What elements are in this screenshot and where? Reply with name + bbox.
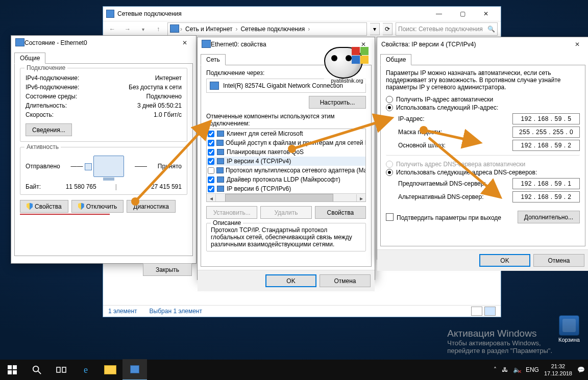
dns2-label: Альтернативный DNS-сервер: <box>398 193 512 200</box>
cancel-button[interactable]: Отмена <box>320 274 371 287</box>
dns1-input[interactable]: 192 . 168 . 59 . 1 <box>512 178 580 189</box>
ok-button[interactable]: OK <box>479 254 530 267</box>
component-checkbox[interactable] <box>208 176 214 183</box>
list-item[interactable]: IP версии 4 (TCP/IPv4) <box>207 157 365 166</box>
status-count: 1 элемент <box>108 308 137 315</box>
history-button[interactable]: ▾ <box>137 23 149 35</box>
list-item[interactable]: Клиент для сетей Microsoft <box>207 129 365 138</box>
radio-use-dns[interactable]: Использовать следующие адреса DNS-сервер… <box>386 169 580 176</box>
search-input[interactable]: Поиск: Сетевые подключения 🔍 <box>396 22 498 36</box>
list-item[interactable]: Планировщик пакетов QoS <box>207 147 365 157</box>
components-label: Отмеченные компоненты используются этим … <box>206 113 366 127</box>
ip-label: IP-адрес: <box>398 115 512 122</box>
gateway-input[interactable]: 192 . 168 . 59 . 2 <box>512 140 580 151</box>
details-button[interactable]: Сведения... <box>26 123 72 136</box>
crumb-net[interactable]: Сеть и Интернет <box>183 26 234 33</box>
explorer-titlebar[interactable]: Сетевые подключения — ▢ ✕ <box>103 7 501 21</box>
component-checkbox[interactable] <box>208 167 214 174</box>
properties-button[interactable]: Свойства <box>20 200 68 213</box>
component-checkbox[interactable] <box>208 149 214 156</box>
close-button[interactable]: ✕ <box>474 7 498 20</box>
radio-use-ip[interactable]: Использовать следующий IP-адрес: <box>386 104 580 111</box>
address-bar[interactable]: › Сеть и Интернет › Сетевые подключения … <box>167 22 367 36</box>
cancel-button[interactable]: Отмена <box>533 254 584 267</box>
system-tray: ˄ 🖧 🔈✕ ENG 21:3217.12.2018 💬 <box>491 360 588 380</box>
status-title: Состояние - Ethernet0 <box>24 39 87 46</box>
scroll-right-icon[interactable]: ▸ <box>356 194 365 202</box>
component-checkbox[interactable] <box>208 186 214 192</box>
view-icons-button[interactable] <box>484 307 496 316</box>
component-checkbox[interactable] <box>208 158 214 165</box>
shield-icon <box>27 203 33 210</box>
diagnose-button[interactable]: Диагностика <box>127 200 176 213</box>
item-properties-button[interactable]: Свойства <box>315 206 366 219</box>
status-titlebar[interactable]: Состояние - Ethernet0 ✕ <box>11 36 196 50</box>
configure-button[interactable]: Настроить... <box>309 96 366 109</box>
start-button[interactable] <box>0 360 24 380</box>
taskbar: e ˄ 🖧 🔈✕ ENG 21:3217.12.2018 💬 <box>0 360 588 380</box>
list-item[interactable]: IP версии 6 (TCP/IPv6) <box>207 184 365 193</box>
tray-action-center-icon[interactable]: 💬 <box>577 366 585 373</box>
back-button[interactable]: ← <box>106 23 118 35</box>
bytes-recv: 27 415 591 <box>136 182 182 191</box>
list-item[interactable]: Протокол мультиплексора сетевого адаптер… <box>207 166 365 175</box>
close-icon[interactable]: ✕ <box>570 39 584 50</box>
tray-volume-icon[interactable]: 🔈✕ <box>513 366 521 373</box>
radio-auto-ip[interactable]: Получить IP-адрес автоматически <box>386 96 580 103</box>
validate-checkbox[interactable]: Подтвердить параметры при выходе <box>386 213 501 221</box>
tab-general[interactable]: Общие <box>14 53 45 64</box>
taskbar-explorer[interactable] <box>98 360 122 380</box>
svg-rect-4 <box>13 365 17 369</box>
search-button[interactable] <box>24 360 49 380</box>
tab-general[interactable]: Общие <box>380 54 411 65</box>
components-list[interactable]: Клиент для сетей MicrosoftОбщий доступ к… <box>206 129 366 202</box>
up-button[interactable]: ↑ <box>152 23 164 35</box>
view-details-button[interactable] <box>471 307 482 316</box>
horizontal-scrollbar[interactable]: ◂ ▸ <box>207 193 365 202</box>
remove-button[interactable]: Удалить <box>260 206 311 219</box>
ipv4-titlebar[interactable]: Свойства: IP версии 4 (TCP/IPv4) ✕ <box>377 37 588 52</box>
component-checkbox[interactable] <box>208 131 214 137</box>
component-icon <box>216 158 225 165</box>
mask-input[interactable]: 255 . 255 . 255 . 0 <box>512 126 580 138</box>
bytes-label: Байт: <box>26 182 41 191</box>
mask-label: Маска подсети: <box>398 129 512 136</box>
status-selected: Выбран 1 элемент <box>150 308 202 315</box>
list-item[interactable]: Драйвер протокола LLDP (Майкрософт) <box>207 175 365 184</box>
breadcrumb-sep: › <box>234 26 238 33</box>
nic-icon <box>210 82 219 90</box>
tray-chevron-up-icon[interactable]: ˄ <box>494 366 497 373</box>
tray-clock[interactable]: 21:3217.12.2018 <box>544 363 572 377</box>
recycle-bin[interactable]: Корзина <box>554 315 584 343</box>
taskbar-network-connections[interactable] <box>122 359 147 380</box>
tab-network[interactable]: Сеть <box>201 54 226 65</box>
close-button[interactable]: Закрыть <box>143 263 192 276</box>
forward-button[interactable]: → <box>121 23 134 35</box>
crumb-connections[interactable]: Сетевые подключения <box>238 26 307 33</box>
dns2-input[interactable]: 192 . 168 . 59 . 2 <box>512 191 580 202</box>
advanced-button[interactable]: Дополнительно... <box>518 211 580 223</box>
maximize-button[interactable]: ▢ <box>451 7 474 20</box>
tray-network-icon[interactable]: 🖧 <box>502 366 508 373</box>
ok-button[interactable]: OK <box>265 274 316 287</box>
component-icon <box>216 185 225 192</box>
taskbar-ie[interactable]: e <box>74 360 98 380</box>
scroll-left-icon[interactable]: ◂ <box>207 194 216 202</box>
dns1-label: Предпочитаемый DNS-сервер: <box>398 180 512 187</box>
minimize-button[interactable]: — <box>427 7 451 20</box>
install-button[interactable]: Установить... <box>206 206 257 219</box>
disable-button[interactable]: Отключить <box>71 200 124 213</box>
address-dropdown[interactable]: ▾ <box>370 23 380 35</box>
component-checkbox[interactable] <box>208 140 214 146</box>
ethernet-icon <box>15 38 24 48</box>
close-icon[interactable]: ✕ <box>178 37 192 48</box>
scroll-thumb[interactable] <box>225 194 333 202</box>
group-connection-label: Подключение <box>24 64 67 71</box>
task-view-button[interactable] <box>49 360 74 380</box>
bytes-sent: 11 580 765 <box>51 182 96 191</box>
tray-language[interactable]: ENG <box>526 366 539 373</box>
network-folder-icon <box>106 10 114 18</box>
ip-input[interactable]: 192 . 168 . 59 . 5 <box>512 113 580 124</box>
refresh-button[interactable]: ⟳ <box>383 23 393 35</box>
list-item[interactable]: Общий доступ к файлам и принтерам для се… <box>207 138 365 147</box>
